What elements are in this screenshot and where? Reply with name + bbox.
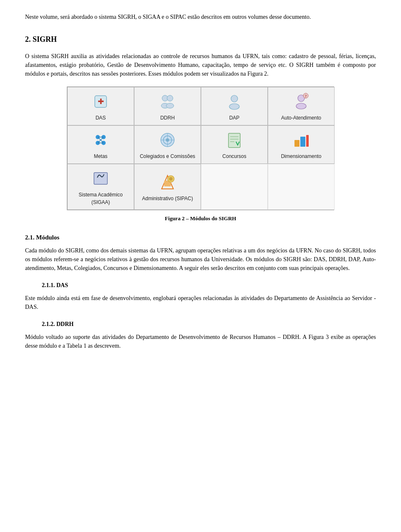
subsection-2-1-number: 2.1. bbox=[25, 234, 35, 241]
subsection-2-1-1-name: DAS bbox=[56, 282, 68, 288]
subsection-2-1-2-paragraph: Módulo voltado ao suporte das atividades… bbox=[25, 333, 376, 350]
section-2-1-1: 2.1.1. DAS Este módulo ainda está em fas… bbox=[25, 281, 376, 311]
subsection-2-1-2-number: 2.1.2. bbox=[42, 321, 55, 327]
svg-point-6 bbox=[231, 95, 238, 102]
intro-paragraph: Neste volume, será abordado o sistema SI… bbox=[25, 13, 376, 21]
svg-point-7 bbox=[229, 104, 239, 109]
ddrh-label: DDRH bbox=[160, 114, 175, 122]
svg-rect-32 bbox=[94, 173, 107, 184]
dap-label: DAP bbox=[229, 114, 240, 122]
dim-icon bbox=[291, 130, 311, 150]
section-2: 2. SIGRH O sistema SIGRH auxilia as ativ… bbox=[25, 34, 376, 350]
section-2-1: 2.1. Módulos Cada módulo do SIGRH, como … bbox=[25, 233, 376, 351]
module-sigaa[interactable]: Sistema Acadêmico (SIGAA) bbox=[67, 164, 134, 210]
svg-text:?: ? bbox=[305, 94, 307, 98]
svg-rect-25 bbox=[228, 133, 240, 148]
sigaa-label: Sistema Acadêmico (SIGAA) bbox=[70, 191, 131, 206]
module-metas[interactable]: Metas bbox=[67, 125, 134, 164]
auto-icon: ? bbox=[291, 92, 311, 112]
sipac-label: Administrativo (SIPAC) bbox=[142, 195, 193, 202]
module-sipac[interactable]: Administrativo (SIPAC) bbox=[134, 164, 201, 210]
subsection-2-1-name: Módulos bbox=[36, 234, 59, 241]
svg-rect-31 bbox=[306, 135, 309, 147]
sigaa-icon bbox=[91, 168, 111, 188]
section-2-1-2: 2.1.2. DDRH Módulo voltado ao suporte da… bbox=[25, 320, 376, 350]
subsection-2-1-2-title: 2.1.2. DDRH bbox=[42, 320, 376, 328]
module-dim[interactable]: Dimensionamento bbox=[268, 125, 335, 164]
section-title: 2. SIGRH bbox=[25, 34, 376, 45]
svg-rect-29 bbox=[294, 140, 299, 147]
module-ddrh[interactable]: DDRH bbox=[134, 87, 201, 125]
conc-icon bbox=[224, 130, 244, 150]
svg-point-9 bbox=[296, 103, 306, 109]
auto-label: Auto-Atendimento bbox=[281, 114, 321, 122]
figure-caption: Figura 2 – Módulos do SIGRH bbox=[165, 214, 236, 223]
svg-rect-30 bbox=[300, 137, 305, 147]
empty-cell-1 bbox=[201, 164, 268, 210]
conc-label: Concursos bbox=[222, 153, 246, 160]
section2-paragraph1: O sistema SIGRH auxilia as atividades re… bbox=[25, 52, 376, 78]
subsection-2-1-1-title: 2.1.1. DAS bbox=[42, 281, 376, 290]
module-col[interactable]: Colegiados e Comissões bbox=[134, 125, 201, 164]
subsection-2-1-2-name: DDRH bbox=[56, 321, 74, 327]
ddrh-icon bbox=[157, 92, 178, 112]
section-name: SIGRH bbox=[33, 35, 57, 43]
subsection-2-1-paragraph: Cada módulo do SIGRH, como dos demais si… bbox=[25, 246, 376, 272]
svg-text:✚: ✚ bbox=[98, 97, 104, 106]
subsection-2-1-1-number: 2.1.1. bbox=[42, 282, 55, 288]
module-auto[interactable]: ? Auto-Atendimento bbox=[268, 87, 335, 125]
module-das[interactable]: ✚ DAS bbox=[67, 87, 134, 125]
svg-point-5 bbox=[166, 103, 174, 108]
modules-grid: ✚ DAS DDRH bbox=[67, 87, 334, 210]
metas-icon bbox=[91, 130, 111, 150]
col-label: Colegiados e Comissões bbox=[140, 153, 195, 160]
section-number: 2. bbox=[25, 35, 31, 43]
col-icon bbox=[157, 130, 178, 150]
module-conc[interactable]: Concursos bbox=[201, 125, 268, 164]
subsection-2-1-title: 2.1. Módulos bbox=[25, 233, 376, 242]
svg-point-3 bbox=[167, 95, 173, 101]
metas-label: Metas bbox=[94, 153, 108, 160]
module-dap[interactable]: DAP bbox=[201, 87, 268, 125]
das-icon: ✚ bbox=[91, 92, 111, 112]
sipac-icon bbox=[157, 172, 178, 192]
dap-icon bbox=[224, 92, 244, 112]
figure-2-container: ✚ DAS DDRH bbox=[25, 87, 376, 223]
dim-label: Dimensionamento bbox=[281, 153, 322, 160]
subsection-2-1-1-paragraph: Este módulo ainda está em fase de desenv… bbox=[25, 294, 376, 311]
das-label: DAS bbox=[96, 114, 106, 122]
svg-point-36 bbox=[169, 177, 173, 181]
empty-cell-2 bbox=[268, 164, 335, 210]
